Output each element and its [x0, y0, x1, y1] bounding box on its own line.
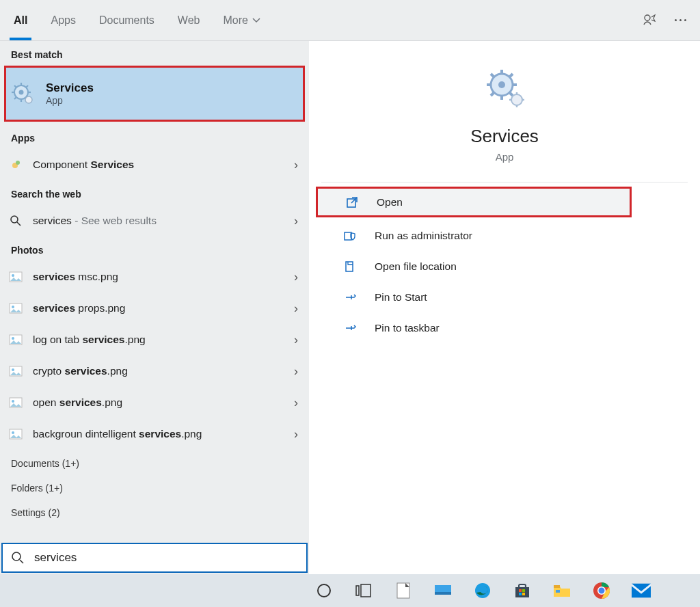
- taskbar-desktop-icon[interactable]: [433, 581, 453, 600]
- result-photo[interactable]: crypto services.png›: [0, 355, 309, 387]
- tab-apps[interactable]: Apps: [51, 0, 75, 40]
- image-file-icon: [8, 429, 23, 440]
- more-options-icon[interactable]: [675, 19, 686, 21]
- svg-line-7: [14, 85, 16, 87]
- result-photo[interactable]: open services.png›: [0, 387, 309, 418]
- svg-rect-58: [522, 589, 525, 592]
- section-photos: Photos: [0, 237, 309, 261]
- svg-point-54: [475, 583, 490, 598]
- image-file-icon: [8, 303, 23, 314]
- image-file-icon: [8, 397, 23, 408]
- section-folders-more[interactable]: Folders (1+): [0, 474, 309, 499]
- svg-line-35: [510, 93, 513, 96]
- taskbar-taskview-icon[interactable]: [354, 581, 373, 600]
- taskbar-store-icon[interactable]: [513, 581, 532, 600]
- search-filter-tabs: All Apps Documents Web More: [0, 0, 700, 41]
- section-settings-more[interactable]: Settings (2): [0, 499, 309, 524]
- section-search-web: Search the web: [0, 180, 309, 205]
- svg-point-65: [599, 588, 605, 594]
- taskbar-edge-icon[interactable]: [473, 581, 492, 600]
- svg-line-34: [491, 74, 494, 77]
- svg-rect-62: [556, 590, 560, 593]
- chevron-right-icon: ›: [294, 158, 305, 172]
- svg-line-37: [491, 93, 494, 96]
- tab-web[interactable]: Web: [178, 0, 200, 40]
- svg-point-27: [12, 431, 14, 434]
- svg-line-36: [510, 74, 513, 77]
- result-photo[interactable]: services msc.png›: [0, 261, 309, 293]
- tab-more[interactable]: More: [223, 0, 260, 40]
- svg-point-19: [12, 306, 14, 308]
- svg-rect-56: [519, 584, 526, 588]
- taskbar-explorer-icon[interactable]: [552, 581, 571, 600]
- taskbar-chrome-icon[interactable]: [592, 581, 611, 600]
- action-open-file-location[interactable]: Open file location: [316, 251, 693, 282]
- svg-point-21: [12, 337, 14, 340]
- svg-line-47: [20, 560, 23, 563]
- search-results-column: Best match Services App Apps: [0, 41, 309, 574]
- svg-point-17: [12, 274, 14, 277]
- section-documents-more[interactable]: Documents (1+): [0, 450, 309, 474]
- detail-title: Services: [309, 126, 700, 147]
- svg-rect-60: [522, 593, 525, 595]
- svg-line-9: [26, 85, 28, 87]
- image-file-icon: [8, 334, 23, 345]
- result-photo[interactable]: services props.png›: [0, 293, 309, 324]
- detail-subtitle: App: [309, 151, 700, 163]
- svg-point-13: [16, 161, 20, 165]
- image-file-icon: [8, 271, 23, 282]
- svg-point-25: [12, 400, 14, 403]
- section-best-match: Best match: [0, 41, 309, 66]
- open-icon: [345, 195, 360, 209]
- search-icon: [11, 551, 25, 565]
- tab-all[interactable]: All: [14, 0, 27, 40]
- svg-line-10: [14, 97, 16, 99]
- section-apps: Apps: [0, 124, 309, 149]
- chevron-right-icon: ›: [294, 214, 305, 228]
- best-match-subtitle: App: [46, 95, 94, 106]
- result-component-services[interactable]: Component Services ›: [0, 149, 309, 180]
- tab-documents[interactable]: Documents: [99, 0, 154, 40]
- component-icon: [8, 159, 23, 171]
- action-pin-to-start[interactable]: Pin to Start: [316, 282, 693, 312]
- svg-rect-45: [346, 262, 353, 271]
- chevron-down-icon: [252, 18, 260, 23]
- feedback-icon[interactable]: [642, 13, 657, 28]
- taskbar-cortana-icon[interactable]: [314, 581, 334, 600]
- svg-point-48: [318, 584, 330, 597]
- best-match-title: Services: [46, 81, 94, 95]
- svg-point-38: [511, 94, 522, 105]
- svg-point-2: [19, 90, 24, 95]
- chevron-right-icon: ›: [294, 301, 305, 316]
- svg-rect-50: [361, 584, 371, 597]
- search-box[interactable]: [1, 543, 308, 573]
- svg-point-23: [12, 368, 14, 371]
- action-pin-to-taskbar[interactable]: Pin to taskbar: [316, 312, 693, 343]
- svg-point-11: [25, 96, 32, 103]
- chevron-right-icon: ›: [294, 427, 305, 442]
- taskbar-libreoffice-icon[interactable]: [394, 581, 413, 600]
- pin-icon: [343, 291, 358, 304]
- svg-rect-53: [435, 592, 451, 595]
- chevron-right-icon: ›: [294, 270, 305, 284]
- action-run-as-admin[interactable]: Run as administrator: [316, 220, 693, 251]
- svg-rect-57: [519, 589, 522, 592]
- svg-point-29: [498, 81, 505, 88]
- result-photo[interactable]: log on tab services.png›: [0, 324, 309, 355]
- svg-rect-59: [519, 593, 522, 595]
- taskbar-mail-icon[interactable]: [632, 581, 651, 600]
- result-photo[interactable]: backgroun dintelligent services.png›: [0, 418, 309, 450]
- search-input[interactable]: [34, 551, 298, 565]
- result-services-web[interactable]: services - See web results ›: [0, 205, 309, 237]
- best-match-result-services[interactable]: Services App: [4, 66, 305, 122]
- chevron-right-icon: ›: [294, 333, 305, 347]
- search-icon: [8, 215, 23, 227]
- svg-rect-66: [632, 584, 651, 598]
- action-open[interactable]: Open: [316, 187, 632, 217]
- svg-point-0: [645, 15, 650, 21]
- svg-rect-55: [515, 587, 529, 597]
- svg-point-14: [11, 216, 18, 223]
- chevron-right-icon: ›: [294, 396, 305, 410]
- chevron-right-icon: ›: [294, 364, 305, 379]
- svg-line-15: [17, 222, 21, 226]
